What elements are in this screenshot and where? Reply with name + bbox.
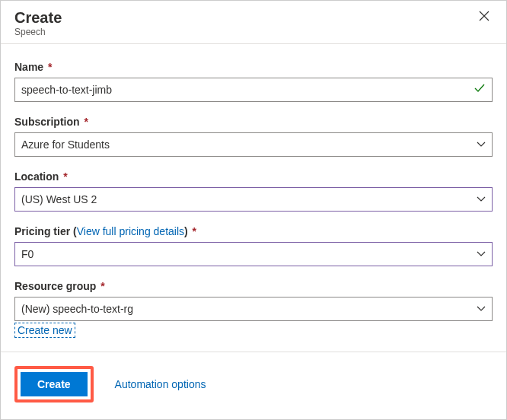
form-body: Name * Subscription * Azure for Students… [1, 44, 506, 348]
field-name: Name * [14, 61, 493, 102]
subscription-label-text: Subscription [14, 116, 80, 128]
name-label-text: Name [14, 61, 43, 73]
subscription-select[interactable]: Azure for Students [14, 132, 493, 157]
resource-group-label: Resource group * [14, 280, 493, 292]
location-label-text: Location [14, 170, 59, 183]
location-value: (US) West US 2 [21, 193, 472, 205]
name-input-wrap[interactable] [14, 78, 493, 102]
automation-options-link[interactable]: Automation options [115, 378, 206, 390]
required-asterisk: * [190, 225, 196, 237]
pricing-label-suffix: ) [184, 225, 188, 237]
resource-group-label-text: Resource group [14, 280, 96, 292]
required-asterisk: * [60, 170, 67, 183]
dialog-title: Create [14, 8, 62, 27]
header-titles: Create Speech [14, 8, 62, 37]
pricing-details-link[interactable]: View full pricing details [77, 225, 184, 237]
chevron-down-icon [477, 250, 486, 259]
check-icon [474, 82, 486, 97]
create-new-link[interactable]: Create new [14, 323, 75, 338]
field-location: Location * (US) West US 2 [14, 170, 493, 212]
chevron-down-icon [477, 195, 486, 204]
resource-group-value: (New) speech-to-text-rg [21, 303, 472, 315]
required-asterisk: * [97, 280, 104, 292]
subscription-value: Azure for Students [21, 138, 472, 151]
location-label: Location * [14, 170, 493, 183]
name-label: Name * [14, 61, 493, 73]
chevron-down-icon [477, 140, 486, 149]
required-asterisk: * [81, 116, 88, 128]
dialog-subtitle: Speech [14, 27, 62, 37]
field-pricing-tier: Pricing tier (View full pricing details)… [14, 225, 493, 266]
dialog-header: Create Speech [1, 1, 506, 44]
dialog-footer: Create Automation options [1, 352, 506, 419]
pricing-select[interactable]: F0 [14, 242, 493, 266]
subscription-label: Subscription * [14, 116, 493, 128]
field-subscription: Subscription * Azure for Students [14, 116, 493, 157]
field-resource-group: Resource group * (New) speech-to-text-rg… [14, 280, 493, 338]
pricing-value: F0 [21, 248, 472, 260]
create-button-highlight: Create [14, 366, 94, 402]
create-button[interactable]: Create [21, 372, 88, 396]
required-asterisk: * [45, 61, 52, 73]
resource-group-select[interactable]: (New) speech-to-text-rg [14, 297, 493, 321]
pricing-label: Pricing tier (View full pricing details)… [14, 225, 493, 237]
pricing-label-prefix: Pricing tier ( [14, 225, 77, 237]
chevron-down-icon [477, 304, 486, 313]
location-select[interactable]: (US) West US 2 [14, 187, 493, 212]
close-icon[interactable] [476, 8, 493, 25]
name-input[interactable] [21, 84, 474, 96]
